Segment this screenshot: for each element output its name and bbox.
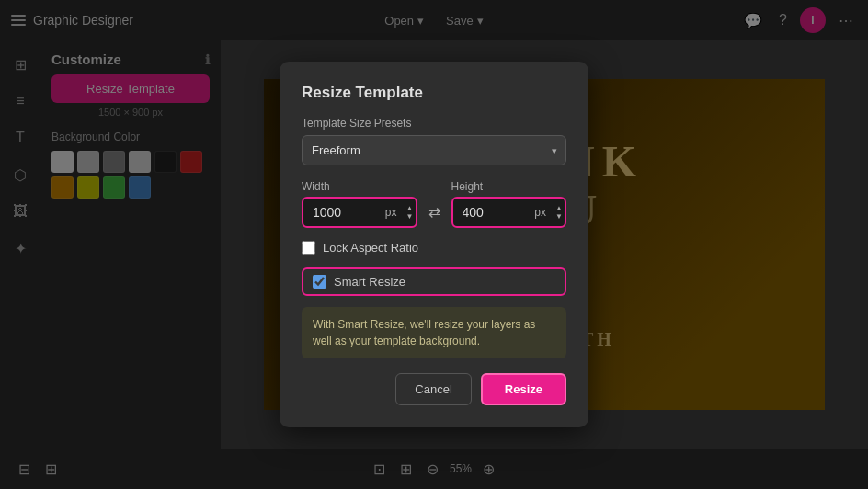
height-input[interactable] [451,197,567,228]
width-group: Width px ▲ ▼ [302,180,417,228]
width-spinners: ▲ ▼ [406,205,414,221]
smart-resize-checkbox[interactable] [313,275,326,289]
height-down-button[interactable]: ▼ [555,213,563,221]
height-label: Height [451,180,567,193]
lock-ratio-row: Lock Aspect Ratio [302,241,566,255]
width-input[interactable] [302,197,417,228]
modal-overlay: Resize Template Template Size Presets Fr… [0,0,868,489]
lock-aspect-label: Lock Aspect Ratio [323,241,418,255]
modal-title: Resize Template [302,84,566,102]
preset-select[interactable]: Freeform [302,135,566,165]
preset-select-wrap: Freeform ▾ [302,135,566,165]
width-down-button[interactable]: ▼ [406,213,414,221]
lock-aspect-checkbox[interactable] [302,241,315,255]
smart-resize-info-text: With Smart Resize, we'll resize your lay… [313,316,555,349]
modal-actions: Cancel Resize [302,373,566,405]
resize-template-modal: Resize Template Template Size Presets Fr… [280,62,588,427]
resize-button[interactable]: Resize [481,373,566,405]
smart-resize-label: Smart Resize [334,275,405,289]
height-input-wrap: px ▲ ▼ [451,197,567,228]
smart-resize-info: With Smart Resize, we'll resize your lay… [302,307,566,358]
preset-label: Template Size Presets [302,117,566,130]
dimensions-row: Width px ▲ ▼ ⇄ Height px ▲ [302,180,566,228]
width-input-wrap: px ▲ ▼ [302,197,417,228]
cancel-button[interactable]: Cancel [395,373,471,405]
width-up-button[interactable]: ▲ [406,205,414,212]
width-label: Width [302,180,417,193]
smart-resize-row: Smart Resize [302,267,566,296]
swap-dimensions-button[interactable]: ⇄ [425,199,444,224]
height-up-button[interactable]: ▲ [555,205,563,212]
height-group: Height px ▲ ▼ [451,180,567,228]
height-spinners: ▲ ▼ [555,205,563,221]
